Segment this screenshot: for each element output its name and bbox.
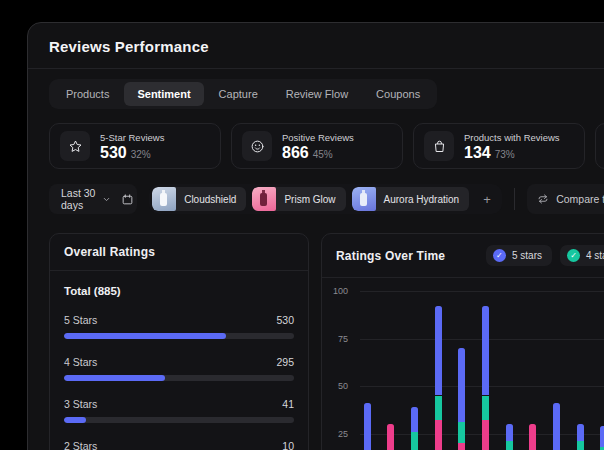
- rating-label-row: 2 Stars10: [64, 440, 294, 450]
- chart-bar-2-lower-stars-legend-cut-off[interactable]: [387, 424, 394, 450]
- rating-bar-fill: [64, 417, 86, 423]
- stat-card-label: Products with Reviews: [464, 132, 560, 143]
- bag-icon: [432, 139, 447, 154]
- calendar-button[interactable]: [119, 184, 138, 214]
- overall-ratings-body: Total (885) 5 Stars5304 Stars2953 Stars4…: [50, 271, 308, 450]
- chart-bar-9-5-stars[interactable]: [553, 403, 560, 450]
- check-circle-icon: ✓: [567, 249, 580, 262]
- chart-bar-8-lower-stars-legend-cut-off[interactable]: [529, 424, 536, 450]
- add-product-button[interactable]: +: [475, 187, 499, 211]
- rating-row-2-stars: 2 Stars10: [64, 440, 294, 450]
- tab-bar: ProductsSentimentCaptureReview FlowCoupo…: [49, 79, 437, 109]
- stats-row: 5-Star Reviews53032%Positive Reviews8664…: [49, 123, 604, 169]
- tab-review-flow[interactable]: Review Flow: [273, 82, 361, 106]
- rating-label-row: 3 Stars41: [64, 398, 294, 410]
- y-tick-label-100: 100: [322, 286, 348, 296]
- chart-bar-5-5-stars[interactable]: [458, 348, 465, 422]
- product-chip-aurora-hydration[interactable]: Aurora Hydration: [352, 187, 470, 211]
- page-title: Reviews Performance: [49, 38, 604, 55]
- date-filter-group: Last 30 days: [49, 184, 137, 214]
- rating-value: 295: [276, 356, 294, 368]
- stat-card-value: 134: [464, 144, 491, 161]
- stat-card-value: 530: [100, 144, 127, 161]
- rating-row-3-stars: 3 Stars41: [64, 398, 294, 423]
- rating-bar-track: [64, 417, 294, 423]
- tab-capture[interactable]: Capture: [206, 82, 271, 106]
- stat-card-percent: 32%: [131, 149, 151, 160]
- rating-value: 10: [282, 440, 294, 450]
- overall-ratings-title: Overall Ratings: [64, 245, 155, 259]
- star-icon: [68, 139, 83, 154]
- chart-bar-7-4-stars[interactable]: [506, 441, 513, 450]
- chart-bar-6-4-stars[interactable]: [482, 396, 489, 421]
- stat-value-row: 86645%: [282, 144, 354, 161]
- stat-card-card: [595, 123, 604, 169]
- stat-card-percent: 45%: [313, 149, 333, 160]
- chart-bar-10-4-stars[interactable]: [577, 441, 584, 450]
- chart-bar-11-5-stars[interactable]: [600, 426, 604, 447]
- stat-texts: Products with Reviews13473%: [464, 132, 560, 161]
- chart-bar-10-5-stars[interactable]: [577, 424, 584, 441]
- chart-bar-4-4-stars[interactable]: [435, 396, 442, 421]
- stat-texts: Positive Reviews86645%: [282, 132, 354, 161]
- product-chip-prism-glow[interactable]: Prism Glow: [252, 187, 345, 211]
- compare-to-label: Compare to: [556, 193, 604, 205]
- product-bottle-shape: [260, 193, 267, 206]
- chart-bar-3-4-stars[interactable]: [411, 432, 418, 450]
- product-chip-group: CloudshieldPrism GlowAurora Hydration+: [149, 184, 502, 214]
- rating-row-4-stars: 4 Stars295: [64, 356, 294, 381]
- check-circle-icon: ✓: [493, 249, 506, 262]
- stat-texts: 5-Star Reviews53032%: [100, 132, 164, 161]
- product-thumb-image: [352, 187, 376, 211]
- ratings-over-time-title: Ratings Over Time: [336, 249, 445, 263]
- rating-row-5-stars: 5 Stars530: [64, 314, 294, 339]
- stat-card-positive-reviews: Positive Reviews86645%: [231, 123, 403, 169]
- chart-bar-3-5-stars[interactable]: [411, 407, 418, 432]
- rating-bar-fill: [64, 375, 165, 381]
- rating-rows: 5 Stars5304 Stars2953 Stars412 Stars10: [64, 314, 294, 450]
- rating-value: 41: [282, 398, 294, 410]
- panels-row: Overall Ratings Total (885) 5 Stars5304 …: [49, 233, 604, 450]
- chart-bar-7-5-stars[interactable]: [506, 424, 513, 441]
- window-header: Reviews Performance: [28, 23, 604, 69]
- chart-bar-6-lower-stars-legend-cut-off[interactable]: [482, 420, 489, 450]
- rating-value: 530: [276, 314, 294, 326]
- y-tick-label-25: 25: [322, 429, 348, 439]
- legend-chip-4-stars[interactable]: ✓4 stars: [560, 245, 604, 266]
- chart-bar-5-lower-stars-legend-cut-off[interactable]: [458, 443, 465, 450]
- stat-icon-box: [242, 131, 272, 161]
- date-range-dropdown[interactable]: Last 30 days: [49, 184, 119, 214]
- grid-line-100: [360, 291, 604, 292]
- stat-value-row: 13473%: [464, 144, 560, 161]
- filter-row: Last 30 days CloudshieldPrism GlowAurora…: [49, 184, 604, 214]
- chart-bar-4-5-stars[interactable]: [435, 306, 442, 395]
- product-chip-label: Aurora Hydration: [376, 194, 470, 205]
- chart-plot: 100755025: [322, 272, 604, 450]
- page-background: Reviews Performance ProductsSentimentCap…: [0, 0, 604, 450]
- ratings-over-time-panel: Ratings Over Time ✓5 stars✓4 stars 10075…: [321, 233, 604, 450]
- product-thumb-image: [152, 187, 176, 211]
- product-chip-cloudshield[interactable]: Cloudshield: [152, 187, 246, 211]
- stat-card-label: Positive Reviews: [282, 132, 354, 143]
- product-bottle-shape: [360, 193, 367, 206]
- tab-coupons[interactable]: Coupons: [363, 82, 433, 106]
- legend-chip-5-stars[interactable]: ✓5 stars: [486, 245, 552, 266]
- chart-bar-4-lower-stars-legend-cut-off[interactable]: [435, 420, 442, 450]
- product-bottle-shape: [160, 193, 167, 206]
- chart-bar-5-4-stars[interactable]: [458, 422, 465, 443]
- overall-ratings-panel: Overall Ratings Total (885) 5 Stars5304 …: [49, 233, 309, 450]
- rating-bar-track: [64, 375, 294, 381]
- rating-bar-track: [64, 333, 294, 339]
- overall-ratings-header: Overall Ratings: [50, 234, 308, 271]
- ratings-total-label: Total (885): [64, 285, 294, 297]
- compare-swap-icon: [537, 193, 549, 205]
- smiley-icon: [250, 139, 265, 154]
- chart-bar-1-5-stars[interactable]: [364, 403, 371, 450]
- calendar-icon: [121, 193, 134, 206]
- stat-card-products-with-reviews: Products with Reviews13473%: [413, 123, 585, 169]
- product-chip-label: Prism Glow: [276, 194, 345, 205]
- stat-card-label: 5-Star Reviews: [100, 132, 164, 143]
- tab-sentiment[interactable]: Sentiment: [124, 82, 203, 106]
- chart-bar-6-5-stars[interactable]: [482, 306, 489, 395]
- tab-products[interactable]: Products: [53, 82, 122, 106]
